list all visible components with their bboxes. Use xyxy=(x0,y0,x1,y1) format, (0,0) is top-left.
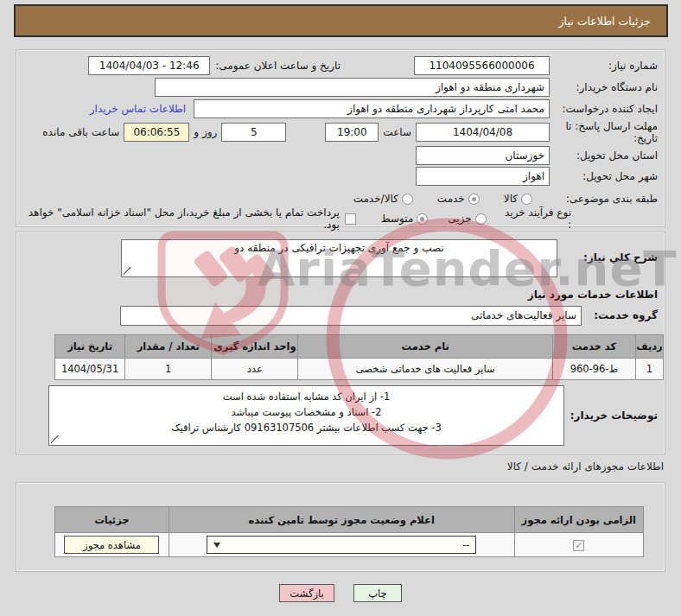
deadline-row: مهلت ارسال پاسخ: تاتاریخ: 1404/04/08 ساع… xyxy=(23,119,658,145)
service-group-field[interactable]: سایر فعالیت‌های خدماتی xyxy=(120,306,582,326)
radio-goods-service[interactable] xyxy=(402,194,413,205)
buyer-notes-row: توضیحات خریدار: 1- از ایران کد مشابه است… xyxy=(23,384,658,447)
cell-quantity: 1 xyxy=(125,359,212,380)
buyer-org-value: شهرداری منطقه دو اهواز xyxy=(436,81,544,93)
services-section-title-row: اطلاعات خدمات مورد نياز xyxy=(23,284,658,305)
print-button[interactable]: چاپ xyxy=(353,584,402,602)
province-value: خوزستان xyxy=(505,149,544,162)
page-title: جزئیات اطلاعات نیاز xyxy=(559,15,651,28)
service-group-value: سایر فعالیت‌های خدماتی xyxy=(471,309,576,321)
dropdown-arrow-icon xyxy=(213,543,220,548)
need-details-page: جزئیات اطلاعات نیاز شماره نیاز: 11040955… xyxy=(0,0,681,616)
buyer-org-field[interactable]: شهرداری منطقه دو اهواز xyxy=(155,78,550,97)
col-quantity: تعداد / مقدار xyxy=(125,335,212,359)
buyer-notes-label: توضیحات خریدار: xyxy=(564,410,658,422)
service-group-label: گروه خدمت: xyxy=(582,309,658,321)
need-number-field[interactable]: 1104095566000006 xyxy=(414,56,550,75)
creator-field[interactable]: محمد امتی کارپرداز شهرداری منطقه دو اهوا… xyxy=(194,99,550,118)
services-table-row[interactable]: 1 960-96-ط سایر فعالیت های خدماتی شخصی ع… xyxy=(55,359,664,380)
services-table: ردیف کد خدمت نام خدمت واحد اندازه گیری ت… xyxy=(54,334,664,380)
radio-service[interactable] xyxy=(468,194,480,205)
buyer-org-row: نام دستگاه خریدار: شهرداری منطقه دو اهوا… xyxy=(23,77,658,98)
buyer-contact-link[interactable]: اطلاعات تماس خریدار xyxy=(90,103,186,115)
city-row: شهر محل تحویل: اهواز xyxy=(23,166,658,187)
col-need-date: تاریخ نیاز xyxy=(55,335,125,359)
announce-datetime-label: تاریخ و ساعت اعلان عمومی: xyxy=(215,60,340,72)
need-number-value: 1104095566000006 xyxy=(429,60,534,72)
buyer-notes-textarea[interactable]: 1- از ایران کد مشابه استفاده شده است 2- … xyxy=(48,385,564,446)
col-details: جزئیات xyxy=(55,507,169,533)
days-label: روز و xyxy=(194,126,217,138)
city-field[interactable]: اهواز xyxy=(416,167,550,186)
treasury-checkbox[interactable] xyxy=(345,213,356,225)
province-field[interactable]: خوزستان xyxy=(416,146,550,165)
announce-datetime-field[interactable]: 1404/04/03 - 12:46 xyxy=(88,56,210,75)
remaining-days-field[interactable]: 5 xyxy=(221,123,286,142)
announce-datetime-value: 1404/04/03 - 12:46 xyxy=(99,60,200,72)
licenses-table: الزامی بودن ارائه مجوز اعلام وضعیت مجوز … xyxy=(54,506,644,557)
licenses-section-title: اطلاعات مجوزهای ارائه خدمت / کالا xyxy=(17,460,664,473)
remaining-time-field[interactable]: 06:06:55 xyxy=(124,123,189,142)
province-label: استان محل تحویل: xyxy=(550,149,658,162)
deadline-time-field[interactable]: 19:00 xyxy=(325,123,379,142)
licenses-table-header-row: الزامی بودن ارائه مجوز اعلام وضعیت مجوز … xyxy=(55,507,644,533)
footer-buttons: چاپ بازگشت xyxy=(0,584,681,602)
remaining-label: ساعت باقی مانده xyxy=(42,126,119,138)
view-license-button[interactable]: مشاهده مجوز xyxy=(64,536,159,554)
license-status-select[interactable]: -- xyxy=(207,536,476,554)
province-row: استان محل تحویل: خوزستان xyxy=(23,145,658,166)
creator-label: ایجاد کننده درخواست: xyxy=(550,103,658,115)
col-unit: واحد اندازه گیری xyxy=(212,335,298,359)
buyer-org-label: نام دستگاه خریدار: xyxy=(550,81,658,93)
deadline-date-field[interactable]: 1404/04/08 xyxy=(416,123,550,142)
need-desc-textarea[interactable]: نصب و جمع آوری تجهیزات ترافیکی در منطقه … xyxy=(121,239,557,277)
radio-partial[interactable] xyxy=(475,213,487,225)
creator-row: ایجاد کننده درخواست: محمد امتی کارپرداز … xyxy=(23,98,658,119)
need-desc-value: نصب و جمع آوری تجهیزات ترافیکی در منطقه … xyxy=(234,242,443,254)
radio-goods[interactable] xyxy=(521,194,532,205)
general-info-groupbox: شماره نیاز: 1104095566000006 تاریخ و ساع… xyxy=(16,49,665,227)
licenses-groupbox: الزامی بودن ارائه مجوز اعلام وضعیت مجوز … xyxy=(16,482,665,572)
col-license-status: اعلام وضعیت مجوز توسط تامین کننده xyxy=(169,507,514,533)
col-service-name: نام خدمت xyxy=(298,335,552,359)
buyer-note-line: 1- از ایران کد مشابه استفاده شده است xyxy=(56,390,557,405)
buyer-note-line: 2- اسناد و مشخصات پیوست میباشد xyxy=(56,405,557,421)
resize-handle-icon[interactable] xyxy=(51,435,59,443)
radio-service-label: خدمت xyxy=(437,193,465,205)
treasury-checkbox-label: پرداخت تمام یا بخشی از مبلغ خرید،از محل … xyxy=(23,206,340,231)
back-button[interactable]: بازگشت xyxy=(279,584,334,602)
hour-label: ساعت xyxy=(383,126,411,138)
cell-service-name: سایر فعالیت های خدماتی شخصی xyxy=(298,359,552,380)
licenses-table-row: -- مشاهده مجوز xyxy=(55,533,644,557)
cell-license-status: -- xyxy=(169,533,514,557)
services-table-header-row: ردیف کد خدمت نام خدمت واحد اندازه گیری ت… xyxy=(55,335,664,359)
radio-goods-label: کالا xyxy=(504,193,518,205)
cell-unit: عدد xyxy=(212,359,298,380)
resize-handle-icon[interactable] xyxy=(124,267,131,275)
services-groupbox: شرح كلي نياز: نصب و جمع آوری تجهیزات ترا… xyxy=(16,232,665,454)
col-service-code: کد خدمت xyxy=(552,335,635,359)
col-license-required: الزامی بودن ارائه مجوز xyxy=(514,507,643,533)
cell-details: مشاهده مجوز xyxy=(55,533,169,557)
deadline-label: مهلت ارسال پاسخ: تاتاریخ: xyxy=(550,120,658,144)
remaining-days-value: 5 xyxy=(251,126,258,138)
col-row-number: ردیف xyxy=(635,335,663,359)
process-type-label: نوع فرآیند خرید : xyxy=(501,206,571,231)
deadline-date-value: 1404/04/08 xyxy=(453,126,512,138)
license-status-value: -- xyxy=(462,539,469,551)
radio-medium-label: متوسط xyxy=(381,213,414,225)
need-desc-label: شرح كلي نياز: xyxy=(557,239,658,264)
services-section-title: اطلاعات خدمات مورد نياز xyxy=(528,289,658,301)
radio-medium[interactable] xyxy=(417,213,428,225)
cell-license-required xyxy=(514,533,643,557)
remaining-time-value: 06:06:55 xyxy=(133,126,180,138)
need-desc-row: شرح كلي نياز: نصب و جمع آوری تجهیزات ترا… xyxy=(23,239,658,279)
radio-partial-label: جزیی xyxy=(448,213,471,225)
license-required-checkbox[interactable] xyxy=(573,540,584,551)
page-title-bar: جزئیات اطلاعات نیاز xyxy=(14,4,668,37)
classification-label: طبقه بندی موضوعی: xyxy=(550,193,658,205)
city-label: شهر محل تحویل: xyxy=(550,170,658,182)
process-type-row: نوع فرآیند خرید : جزیی متوسط پرداخت تمام… xyxy=(23,208,658,229)
creator-value: محمد امتی کارپرداز شهرداری منطقه دو اهوا… xyxy=(347,103,544,115)
need-number-label: شماره نیاز: xyxy=(550,60,658,72)
